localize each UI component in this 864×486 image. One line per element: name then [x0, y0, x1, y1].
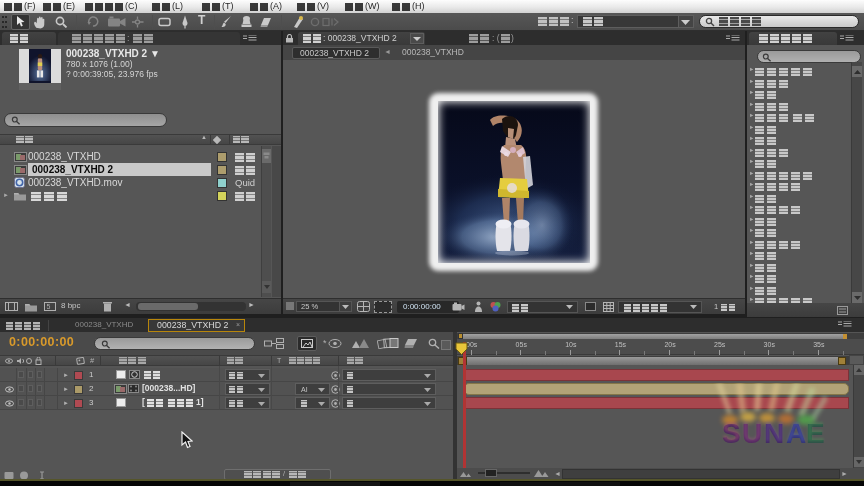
svg-text:N: N [764, 416, 783, 447]
svg-text:*: * [323, 338, 327, 348]
svg-text:A: A [786, 416, 806, 447]
svg-text:E: E [806, 416, 824, 447]
svg-text:S: S [722, 416, 740, 447]
svg-text:U: U [742, 416, 761, 447]
svg-text:5: 5 [47, 303, 51, 310]
